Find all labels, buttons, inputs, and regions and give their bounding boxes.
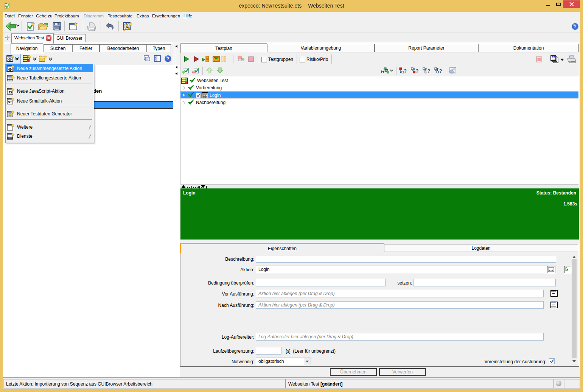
svg-text:?: ? <box>416 68 419 74</box>
svg-text:JS: JS <box>8 91 12 95</box>
svg-text:ST: ST <box>8 101 12 104</box>
svg-text:?: ? <box>428 68 431 74</box>
svg-text:?: ? <box>404 68 407 74</box>
svg-text:?: ? <box>574 24 576 29</box>
svg-text:?: ? <box>166 56 169 61</box>
svg-text:?: ? <box>439 68 442 74</box>
